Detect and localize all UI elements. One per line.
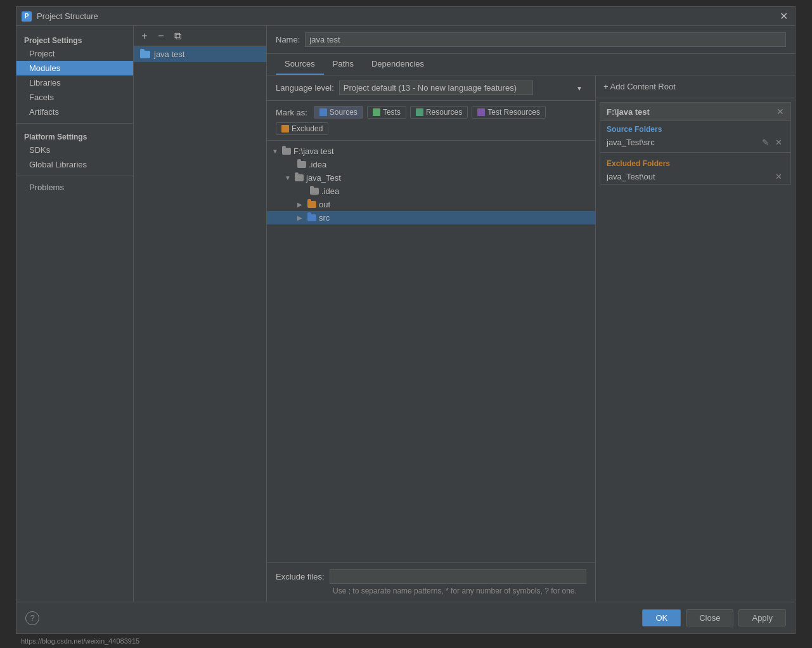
tree-item-src[interactable]: ▶ src [267,211,595,224]
language-level-label: Language level: [276,83,334,93]
window-title: Project Structure [37,11,777,21]
bottom-bar: ? OK Close Apply [16,602,795,633]
mark-resources-button[interactable]: Resources [410,106,468,119]
language-level-select[interactable]: Project default (13 - No new language fe… [339,81,533,95]
mark-test-resources-button[interactable]: Test Resources [472,106,546,119]
remove-module-button[interactable]: − [154,29,168,43]
sidebar-item-facets[interactable]: Facets [16,90,133,105]
name-bar: Name: [267,26,795,54]
module-folder-icon [140,51,150,58]
exclude-files-input[interactable] [330,569,586,584]
tab-dependencies[interactable]: Dependencies [363,54,433,75]
tree-item-out[interactable]: ▶ out [267,198,595,211]
exclude-label: Exclude files: [276,572,325,581]
sidebar-item-artifacts[interactable]: Artifacts [16,105,133,119]
source-folder-entry-0: java_Test\src ✎ ✕ [600,135,790,150]
edit-source-folder-button[interactable]: ✎ [760,137,771,148]
exclude-row: Exclude files: [276,569,586,584]
tree-item-idea-1[interactable]: .idea [267,158,595,171]
remove-excluded-folder-button[interactable]: ✕ [773,171,784,182]
sources-panel: Language level: Project default (13 - No… [267,75,595,602]
content-root-close-button[interactable]: ✕ [777,107,784,117]
excluded-folders-title: Excluded Folders [600,155,790,169]
content-root-block: F:\java test ✕ Source Folders java_Test\… [600,102,791,185]
folder-icon-idea-2 [310,188,319,195]
excluded-color-dot [281,125,289,133]
content-root-path: F:\java test [607,107,650,117]
tabs-bar: Sources Paths Dependencies [267,54,795,75]
source-folder-path-0: java_Test\src [607,138,655,147]
tree-item-java-test[interactable]: ▼ java_Test [267,171,595,185]
folder-icon-idea-1 [297,161,306,168]
tab-sources[interactable]: Sources [276,54,324,75]
help-button[interactable]: ? [25,611,39,625]
sidebar: Project Settings Project Modules Librari… [16,26,134,602]
tree-arrow-src: ▶ [297,214,305,221]
module-list: java test [134,46,266,602]
tree-item-idea-2[interactable]: .idea [267,185,595,198]
sidebar-item-sdks[interactable]: SDKs [16,143,133,157]
sources-color-dot [319,108,327,116]
close-button[interactable]: ✕ [777,10,790,23]
sidebar-item-global-libraries[interactable]: Global Libraries [16,157,133,172]
chevron-down-icon: ▼ [576,84,583,91]
module-name-input[interactable] [305,32,786,47]
folder-icon-java-test [295,174,304,181]
language-level-bar: Language level: Project default (13 - No… [267,75,595,101]
ok-button[interactable]: OK [642,609,681,626]
mark-sources-button[interactable]: Sources [314,106,363,119]
sidebar-divider [16,123,133,124]
excluded-folder-path-0: java_Test\out [607,172,655,181]
tab-paths[interactable]: Paths [324,54,363,75]
content-root-header: F:\java test ✕ [600,103,790,121]
source-folder-actions-0: ✎ ✕ [760,137,784,148]
module-item-java-test[interactable]: java test [134,46,266,62]
status-bar: https://blog.csdn.net/weixin_44083915 [16,634,796,648]
content-area: Language level: Project default (13 - No… [267,75,795,602]
module-toolbar: + − ⧉ [134,26,266,46]
module-area: + − ⧉ java test [134,26,267,602]
excluded-folder-entry-0: java_Test\out ✕ [600,169,790,184]
title-bar: P Project Structure ✕ [16,7,795,26]
folder-icon-src [307,214,316,221]
close-dialog-button[interactable]: Close [686,609,733,626]
platform-settings-section: Platform Settings [16,130,133,143]
sidebar-item-modules[interactable]: Modules [16,61,133,75]
mark-excluded-button[interactable]: Excluded [276,122,328,135]
excluded-folder-actions-0: ✕ [773,171,784,182]
exclude-hint: Use ; to separate name patterns, * for a… [276,586,586,595]
folder-icon-root [282,148,291,155]
entry-divider [600,152,790,153]
mark-tests-button[interactable]: Tests [367,106,406,119]
folder-icon-out [307,201,316,208]
apply-button[interactable]: Apply [738,609,786,626]
sidebar-divider-2 [16,176,133,176]
test-resources-color-dot [477,108,485,116]
dialog-buttons: OK Close Apply [642,609,786,626]
source-folders-title: Source Folders [600,121,790,135]
add-content-root-button[interactable]: + Add Content Root [596,75,795,98]
exclude-bar: Exclude files: Use ; to separate name pa… [267,562,595,602]
tree-arrow-out: ▶ [297,201,305,208]
tree-arrow-root: ▼ [272,148,280,155]
main-panel: Name: Sources Paths Dependencies [267,26,795,602]
mark-as-bar: Mark as: Sources Tests Resources [267,101,595,141]
file-tree: ▼ F:\java test .idea [267,141,595,562]
sidebar-item-problems[interactable]: Problems [16,180,133,195]
sidebar-item-project[interactable]: Project [16,46,133,61]
app-icon: P [22,11,32,22]
project-settings-section: Project Settings [16,34,133,46]
right-panel: + Add Content Root F:\java test ✕ Source… [595,75,795,602]
sidebar-item-libraries[interactable]: Libraries [16,75,133,90]
resources-color-dot [416,108,423,116]
name-label: Name: [276,35,300,44]
mark-as-label: Mark as: [276,108,307,117]
tree-item-root[interactable]: ▼ F:\java test [267,145,595,158]
tests-color-dot [373,108,380,116]
tree-arrow-java-test: ▼ [285,174,292,181]
remove-source-folder-button[interactable]: ✕ [773,137,784,148]
copy-module-button[interactable]: ⧉ [171,29,184,43]
language-select-wrapper: Project default (13 - No new language fe… [339,81,586,95]
add-module-button[interactable]: + [138,29,151,43]
